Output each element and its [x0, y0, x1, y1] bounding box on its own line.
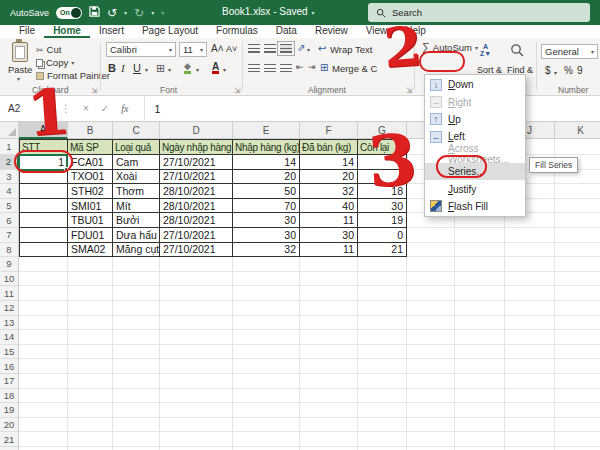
cell-B5[interactable]: SMI01 [68, 199, 113, 214]
cell-D15[interactable] [160, 345, 233, 360]
cell-B12[interactable] [68, 301, 113, 316]
quick-access-caret-icon[interactable]: ▿ [161, 9, 164, 16]
cell-E12[interactable] [233, 301, 300, 316]
cell-B16[interactable] [68, 359, 113, 374]
font-color-caret-icon[interactable]: ▾ [223, 66, 226, 73]
cell-J9[interactable] [505, 257, 555, 272]
menu-item-flash-fill[interactable]: Flash Fill [425, 198, 525, 215]
cell-F3[interactable]: 20 [300, 170, 358, 185]
cell-D10[interactable] [160, 272, 233, 287]
cell-A6[interactable] [19, 213, 68, 228]
cell-C1[interactable]: Loại quả [113, 139, 160, 155]
cell-I19[interactable] [455, 403, 505, 418]
cell-F17[interactable] [300, 374, 358, 389]
row-header-11[interactable]: 11 [0, 286, 19, 301]
cell-F18[interactable] [300, 389, 358, 404]
accounting-format-button[interactable]: $ [545, 65, 551, 76]
cell-J8[interactable] [505, 243, 555, 258]
cell-E5[interactable]: 70 [233, 199, 300, 214]
number-format-select[interactable]: General▾ [541, 44, 598, 59]
cell-J19[interactable] [505, 403, 555, 418]
cell-K9[interactable] [555, 257, 600, 272]
accounting-caret-icon[interactable]: ▾ [554, 69, 557, 76]
cell-A16[interactable] [19, 359, 68, 374]
font-dialog-launcher-icon[interactable]: ⇲ [234, 86, 241, 95]
row-header-6[interactable]: 6 [0, 213, 19, 228]
cell-K13[interactable] [555, 316, 600, 331]
cell-D19[interactable] [160, 403, 233, 418]
sort-filter-button[interactable]: AZ▼ [480, 43, 491, 58]
cell-F9[interactable] [300, 257, 358, 272]
cell-G17[interactable] [358, 374, 407, 389]
cell-B4[interactable]: STH02 [68, 184, 113, 199]
cell-D5[interactable]: 28/10/2021 [160, 199, 233, 214]
row-header-3[interactable]: 3 [0, 170, 19, 185]
bold-button[interactable]: B [108, 62, 116, 74]
cell-A5[interactable] [19, 199, 68, 214]
cell-C10[interactable] [113, 272, 160, 287]
cell-E2[interactable]: 14 [233, 155, 300, 170]
col-header-D[interactable]: D [160, 122, 233, 139]
cell-D6[interactable]: 28/10/2021 [160, 213, 233, 228]
cell-G21[interactable] [358, 432, 407, 447]
cell-C13[interactable] [113, 316, 160, 331]
cell-H19[interactable] [407, 403, 455, 418]
cell-I14[interactable] [455, 330, 505, 345]
row-header-20[interactable]: 20 [0, 418, 19, 433]
cell-K4[interactable] [555, 184, 600, 199]
row-header-19[interactable]: 19 [0, 403, 19, 418]
cell-H10[interactable] [407, 272, 455, 287]
cell-B15[interactable] [68, 345, 113, 360]
cell-J20[interactable] [505, 418, 555, 433]
row-header-12[interactable]: 12 [0, 301, 19, 316]
cell-A20[interactable] [19, 418, 68, 433]
cell-E14[interactable] [233, 330, 300, 345]
cell-B18[interactable] [68, 389, 113, 404]
menu-item-down[interactable]: ↓Down [425, 76, 525, 93]
cell-H18[interactable] [407, 389, 455, 404]
top-align-button[interactable] [248, 44, 260, 53]
autosave-toggle[interactable]: On [56, 7, 82, 19]
cell-C9[interactable] [113, 257, 160, 272]
cell-H8[interactable] [407, 243, 455, 258]
font-name-select[interactable]: Calibri▾ [106, 42, 176, 57]
col-header-K[interactable]: K [555, 122, 600, 139]
cell-K14[interactable] [555, 330, 600, 345]
tab-formulas[interactable]: Formulas [207, 25, 267, 38]
row-header-17[interactable]: 17 [0, 374, 19, 389]
cell-I16[interactable] [455, 359, 505, 374]
cell-G15[interactable] [358, 345, 407, 360]
borders-caret-icon[interactable]: ▾ [168, 66, 171, 73]
row-header-10[interactable]: 10 [0, 272, 19, 287]
row-header-13[interactable]: 13 [0, 316, 19, 331]
cell-C19[interactable] [113, 403, 160, 418]
borders-button[interactable]: ⊞ [156, 62, 165, 75]
align-right-button[interactable] [280, 64, 292, 73]
cell-E6[interactable]: 30 [233, 213, 300, 228]
cell-I7[interactable] [455, 228, 505, 243]
row-header-5[interactable]: 5 [0, 199, 19, 214]
cell-A15[interactable] [19, 345, 68, 360]
cancel-icon[interactable]: × [83, 103, 89, 114]
cell-B21[interactable] [68, 432, 113, 447]
cell-E1[interactable]: Nhập hàng (kg) [233, 139, 300, 155]
cell-A8[interactable] [19, 243, 68, 258]
cell-D13[interactable] [160, 316, 233, 331]
cell-B14[interactable] [68, 330, 113, 345]
cell-I11[interactable] [455, 286, 505, 301]
cell-K1[interactable] [555, 139, 600, 155]
cell-B13[interactable] [68, 316, 113, 331]
cell-B7[interactable]: FDU01 [68, 228, 113, 243]
cell-F10[interactable] [300, 272, 358, 287]
cell-E15[interactable] [233, 345, 300, 360]
cell-D21[interactable] [160, 432, 233, 447]
cell-I17[interactable] [455, 374, 505, 389]
cell-B2[interactable]: FCA01 [68, 155, 113, 170]
cell-C8[interactable]: Măng cụt [113, 243, 160, 258]
cell-C11[interactable] [113, 286, 160, 301]
cell-H20[interactable] [407, 418, 455, 433]
formula-input[interactable]: 1 [144, 96, 600, 121]
cell-J21[interactable] [505, 432, 555, 447]
cell-K5[interactable] [555, 199, 600, 214]
cell-A17[interactable] [19, 374, 68, 389]
